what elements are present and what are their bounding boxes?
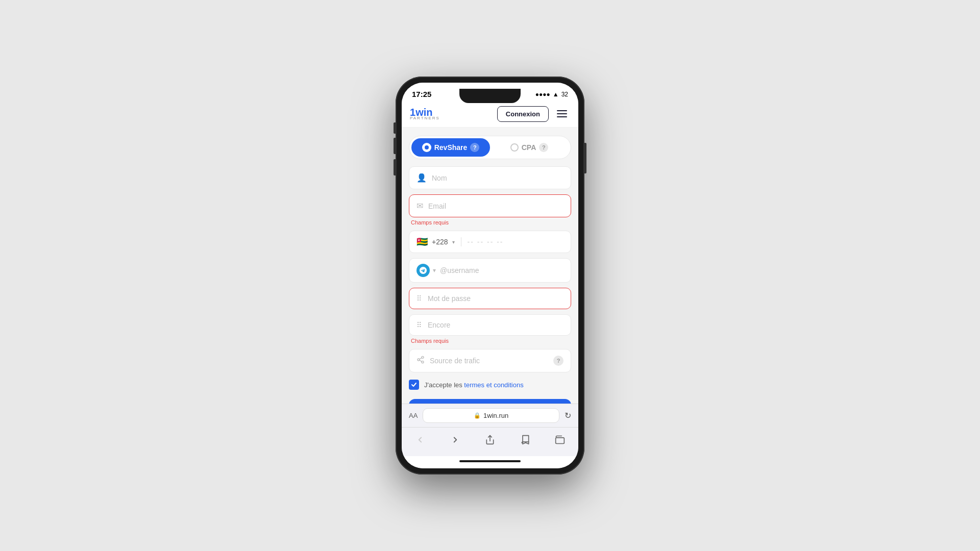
phone-number-placeholder: -- -- -- --	[468, 238, 504, 246]
bookmarks-button[interactable]	[517, 432, 533, 448]
country-dropdown-arrow[interactable]: ▾	[452, 239, 455, 245]
country-flag: 🇹🇬	[416, 236, 428, 247]
connexion-button[interactable]: Connexion	[497, 106, 549, 122]
revshare-help[interactable]: ?	[470, 143, 479, 152]
country-code: +228	[432, 238, 448, 246]
phone-group: 🇹🇬 +228 ▾ -- -- -- --	[409, 231, 571, 253]
share-icon	[416, 356, 425, 366]
svg-line-3	[420, 360, 422, 362]
svg-line-4	[420, 358, 422, 359]
url-text: 1win.run	[483, 412, 508, 419]
encore-error: Champs requis	[409, 338, 571, 344]
status-time: 17:25	[412, 90, 431, 98]
password-group: ⠿ Mot de passe	[409, 288, 571, 309]
forward-button[interactable]	[447, 432, 463, 448]
revshare-label: RevShare	[434, 143, 468, 152]
cpa-help[interactable]: ?	[539, 143, 548, 152]
menu-button[interactable]	[554, 106, 570, 122]
email-icon: ✉	[416, 201, 423, 211]
wifi-icon: ▲	[553, 91, 559, 98]
nom-placeholder: Nom	[432, 174, 447, 182]
home-bar	[459, 460, 521, 462]
inscription-button[interactable]: Inscription	[409, 399, 571, 404]
terms-label: J'accepte les termes et conditions	[424, 381, 524, 389]
phone-frame: 17:25 ●●●● ▲ 32 1win PARTNERS Connexion	[396, 77, 584, 474]
terms-checkbox[interactable]	[409, 380, 419, 390]
menu-line-2	[557, 113, 567, 114]
phone-divider	[461, 237, 461, 246]
email-input[interactable]: ✉ Email	[409, 194, 571, 217]
svg-rect-6	[556, 438, 565, 444]
status-icons: ●●●● ▲ 32	[535, 91, 568, 98]
email-group: ✉ Email Champs requis	[409, 194, 571, 226]
volume-down-button	[394, 159, 396, 176]
cpa-tab[interactable]: CPA ?	[490, 138, 569, 157]
signal-icon: ●●●●	[535, 91, 550, 98]
password-input[interactable]: ⠿ Mot de passe	[409, 288, 571, 309]
encore-placeholder: Encore	[428, 321, 450, 329]
email-error: Champs requis	[409, 219, 571, 226]
lock-icon: 🔒	[474, 412, 481, 419]
cpa-radio-icon	[510, 143, 519, 152]
logo: 1win PARTNERS	[410, 107, 440, 120]
power-button	[584, 143, 586, 173]
app-header: 1win PARTNERS Connexion	[402, 101, 578, 128]
source-help-icon: ?	[553, 356, 564, 366]
safari-nav	[402, 427, 578, 456]
telegram-dropdown-arrow[interactable]: ▾	[433, 267, 436, 274]
share-button[interactable]	[482, 432, 498, 448]
home-indicator	[402, 456, 578, 468]
terms-prefix: J'accepte les	[424, 381, 464, 389]
source-input[interactable]: Source de trafic ?	[409, 349, 571, 372]
encore-icon: ⠿	[416, 321, 423, 329]
nom-group: 👤 Nom	[409, 166, 571, 189]
telegram-input[interactable]: ▾ @username	[409, 258, 571, 283]
telegram-placeholder: @username	[440, 266, 479, 274]
tabs-button[interactable]	[552, 432, 568, 448]
revshare-radio-icon	[422, 143, 431, 152]
battery-icon: 32	[561, 91, 568, 98]
revshare-radio-dot	[425, 145, 429, 149]
revshare-tab[interactable]: RevShare ?	[411, 138, 490, 157]
back-button[interactable]	[412, 432, 428, 448]
cpa-label: CPA	[522, 143, 536, 152]
encore-group: ⠿ Encore Champs requis	[409, 314, 571, 344]
plan-toggle: RevShare ? CPA ?	[409, 136, 571, 159]
logo-partners: PARTNERS	[410, 116, 440, 120]
refresh-button[interactable]: ↻	[565, 411, 571, 420]
phone-screen: 17:25 ●●●● ▲ 32 1win PARTNERS Connexion	[402, 83, 578, 468]
phone-input[interactable]: 🇹🇬 +228 ▾ -- -- -- --	[409, 231, 571, 253]
header-right: Connexion	[497, 106, 570, 122]
menu-line-1	[557, 110, 567, 111]
telegram-group: ▾ @username	[409, 258, 571, 283]
person-icon: 👤	[416, 173, 427, 183]
terms-checkbox-row: J'accepte les termes et conditions	[409, 378, 571, 392]
source-group: Source de trafic ?	[409, 349, 571, 372]
source-placeholder: Source de trafic	[430, 357, 480, 365]
url-bar[interactable]: 🔒 1win.run	[423, 408, 559, 423]
source-left: Source de trafic	[416, 356, 480, 366]
menu-line-3	[557, 116, 567, 117]
terms-link[interactable]: termes et conditions	[464, 381, 523, 389]
email-placeholder: Email	[428, 202, 446, 210]
main-content: RevShare ? CPA ? 👤 Nom ✉	[402, 128, 578, 404]
text-size-button[interactable]: AA	[409, 412, 418, 419]
mute-button	[394, 122, 396, 134]
volume-up-button	[394, 138, 396, 154]
password-placeholder: Mot de passe	[428, 294, 471, 303]
encore-input[interactable]: ⠿ Encore	[409, 314, 571, 336]
password-icon: ⠿	[416, 294, 423, 303]
browser-bar: AA 🔒 1win.run ↻	[402, 404, 578, 427]
notch	[459, 89, 521, 103]
telegram-icon	[416, 264, 430, 277]
nom-input[interactable]: 👤 Nom	[409, 166, 571, 189]
